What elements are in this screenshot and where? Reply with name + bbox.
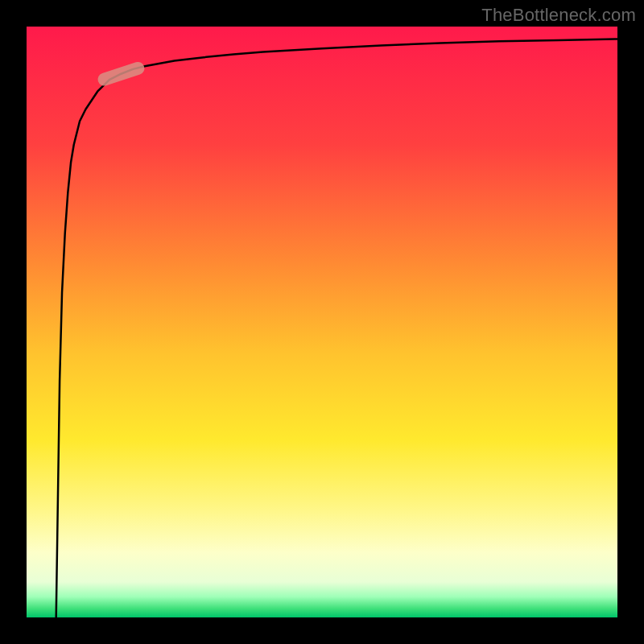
chart-svg bbox=[0, 0, 644, 644]
chart-container: TheBottleneck.com bbox=[0, 0, 644, 644]
plot-background bbox=[27, 27, 617, 617]
watermark-text: TheBottleneck.com bbox=[481, 5, 636, 26]
